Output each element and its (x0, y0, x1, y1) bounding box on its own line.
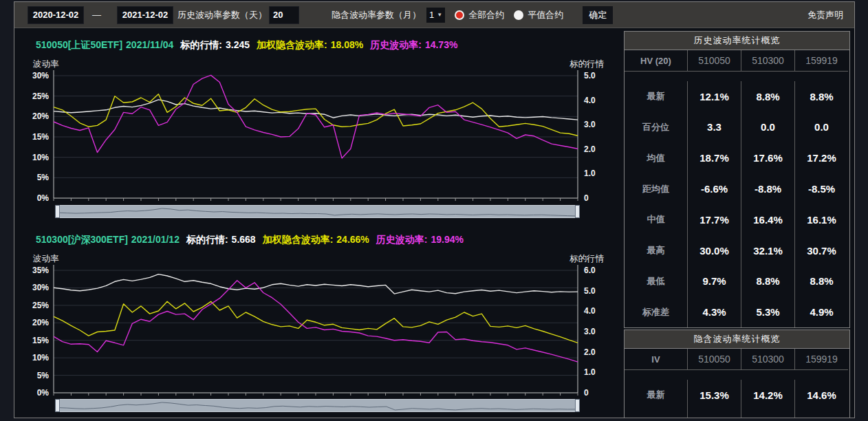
table-cell-value: -8.5% (795, 173, 848, 204)
svg-text:5.0: 5.0 (584, 286, 596, 296)
table-row-label: 百分位 (625, 411, 688, 418)
chart2-iv-value: 24.66% (336, 234, 369, 246)
chevron-down-icon: ▼ (437, 12, 442, 18)
svg-text:2.0: 2.0 (584, 347, 596, 357)
table-cell-value: 8.8% (741, 81, 795, 112)
svg-text:20%: 20% (32, 111, 49, 121)
svg-text:0%: 0% (37, 193, 50, 203)
chart2-code: 510300[沪深300ETF] (36, 234, 128, 246)
table-cell-value: 17.6% (741, 142, 795, 173)
svg-text:0: 0 (584, 388, 589, 398)
chart1-scrollbar-right-handle[interactable] (575, 205, 580, 218)
end-date-input[interactable] (117, 6, 173, 24)
chart1-price-label: 标的行情: (180, 39, 222, 52)
chart2-hv-label: 历史波动率: (376, 234, 428, 246)
table-cell-value: 0.4 (795, 411, 848, 418)
chart1-scrollbar-left-handle[interactable] (55, 205, 60, 218)
table-cell-value: 4.3% (688, 296, 741, 327)
svg-text:35%: 35% (32, 266, 49, 275)
date-range-separator: — (92, 10, 101, 20)
table-cell-value: 30.7% (795, 235, 848, 266)
start-date-input[interactable] (28, 6, 84, 24)
table-title: 历史波动率统计概览 (624, 31, 850, 50)
radio-atm-contracts-label: 平值合约 (528, 9, 563, 21)
chart1-range-scrollbar[interactable] (55, 205, 580, 218)
svg-text:25%: 25% (32, 301, 49, 310)
svg-text:30%: 30% (32, 283, 49, 292)
hv-param-input[interactable] (269, 6, 299, 24)
chart2-iv-label: 加权隐含波动率: (263, 234, 334, 246)
iv-param-select[interactable]: 1 ▼ (426, 8, 445, 23)
hv-stats-table: 历史波动率统计概览HV (20)510050510300159919最新12.1… (624, 31, 850, 328)
svg-text:0: 0 (584, 193, 589, 203)
svg-text:1.0: 1.0 (584, 367, 596, 377)
table-cell-value: -8.8% (741, 173, 795, 204)
radio-all-contracts[interactable] (455, 10, 464, 20)
svg-text:3.0: 3.0 (584, 327, 596, 336)
table-column-header: 159919 (795, 349, 848, 370)
stats-tables: 历史波动率统计概览HV (20)510050510300159919最新12.1… (624, 31, 850, 418)
table-cell-value: 0.0 (688, 411, 741, 418)
svg-text:波动率: 波动率 (32, 254, 59, 263)
chart2-price-value: 5.668 (232, 234, 256, 246)
table-cell-value: 4.9% (795, 296, 848, 327)
volatility-chart-510300[interactable]: 35%30%25%20%15%10%5%0%6.05.04.03.02.01.0… (28, 250, 609, 407)
svg-text:25%: 25% (32, 91, 49, 101)
table-column-header: 510050 (688, 349, 741, 370)
table-cell-value: 3.3 (688, 112, 741, 143)
svg-text:10%: 10% (32, 353, 49, 363)
radio-atm-contracts[interactable] (514, 10, 523, 20)
svg-text:10%: 10% (32, 153, 49, 162)
chart2-header: 510300[沪深300ETF] 2021/01/12 标的行情: 5.668 … (36, 234, 464, 246)
chart1-iv-label: 加权隐含波动率: (257, 39, 327, 52)
volatility-chart-510050[interactable]: 30%25%20%15%10%5%0%5.04.03.02.01.00波动率标的… (28, 55, 609, 212)
iv-stats-table: 隐含波动率统计概览IV510050510300159919最新15.3%14.2… (624, 330, 850, 418)
table-cell-value: 15.3% (688, 380, 741, 411)
chart2-scrollbar-right-handle[interactable] (575, 399, 580, 412)
table-row-label: 最新 (625, 380, 688, 411)
chart1-iv-value: 18.08% (331, 39, 363, 52)
chart1-price-value: 3.245 (226, 39, 250, 52)
chart1-code: 510050[上证50ETF] (36, 39, 122, 52)
chart2-scrollbar-left-handle[interactable] (55, 399, 60, 412)
table-cell-value: 8.8% (795, 81, 848, 112)
toolbar: — 历史波动率参数（天） 隐含波动率参数（月） 1 ▼ 全部合约 平值合约 确定… (14, 2, 854, 28)
iv-param-selected-value: 1 (429, 10, 434, 20)
table-row-label: 标准差 (625, 296, 688, 327)
table-title: 隐含波动率统计概览 (624, 330, 850, 349)
table-row-label: 均值 (625, 142, 688, 173)
hv-param-label: 历史波动率参数（天） (177, 9, 267, 21)
chart2-scrollbar-minimap (56, 400, 579, 411)
radio-all-contracts-label: 全部合约 (468, 9, 504, 21)
table-cell-value: 32.1% (741, 235, 795, 266)
chart2-price-label: 标的行情: (186, 234, 228, 246)
svg-text:5%: 5% (37, 173, 50, 182)
chart2-hover-date: 2021/01/12 (131, 234, 180, 246)
svg-text:0%: 0% (37, 388, 50, 398)
table-row-label: 最新 (625, 81, 688, 112)
svg-text:4.0: 4.0 (584, 96, 596, 105)
svg-text:15%: 15% (32, 132, 49, 142)
svg-text:15%: 15% (32, 336, 49, 345)
table-column-header: 510050 (688, 50, 741, 72)
table-cell-value: -6.6% (688, 173, 741, 204)
table-cell-value: 8.8% (795, 266, 848, 297)
chart1-scrollbar-minimap (56, 206, 579, 217)
table-cell-value: 18.7% (688, 142, 741, 173)
chart2-range-scrollbar[interactable] (55, 399, 580, 412)
table-cell-value: 12.1% (688, 81, 741, 112)
table-row-label: 距均值 (625, 173, 688, 204)
table-cell-value: 30.0% (688, 235, 741, 266)
table-cell-value: 16.4% (741, 204, 795, 235)
table-cell-value: 17.7% (688, 204, 741, 235)
table-corner-label: HV (20) (625, 50, 688, 72)
iv-param-label: 隐含波动率参数（月） (332, 9, 421, 21)
svg-text:30%: 30% (32, 71, 49, 80)
table-row-label: 百分位 (625, 112, 688, 143)
confirm-button[interactable]: 确定 (583, 6, 613, 24)
svg-text:波动率: 波动率 (32, 59, 59, 69)
table-cell-value: 14.2% (741, 380, 795, 411)
table-cell-value: 9.7% (688, 266, 741, 297)
disclaimer-link[interactable]: 免责声明 (807, 9, 843, 21)
table-cell-value: 14.6% (795, 380, 848, 411)
